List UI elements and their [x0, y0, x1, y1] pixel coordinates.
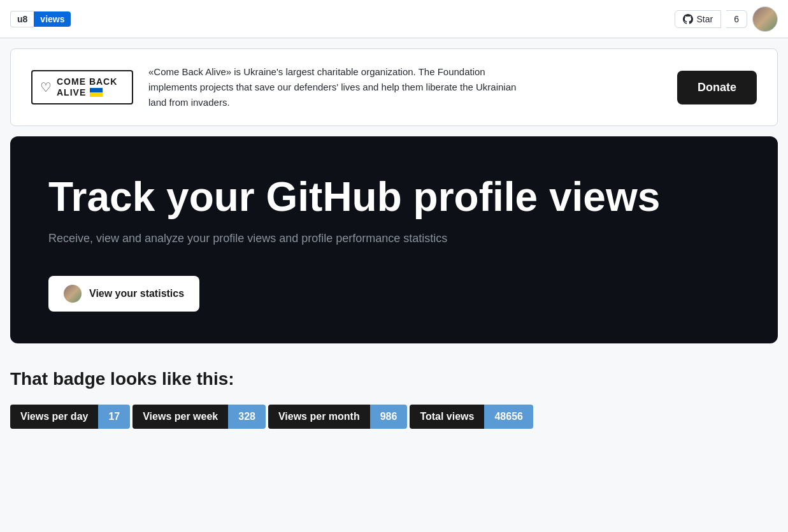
flag-blue [90, 88, 103, 92]
github-icon [683, 14, 693, 24]
avatar[interactable] [752, 6, 778, 32]
badge-value: 328 [228, 405, 266, 429]
hero-subtitle: Receive, view and analyze your profile v… [48, 232, 740, 245]
username-label: u8 [10, 11, 34, 27]
badge-label: Views per day [10, 405, 98, 429]
logo-line2: ALIVE [57, 87, 86, 98]
badge-section-title: That badge looks like this: [10, 369, 778, 389]
badge-value: 17 [98, 405, 130, 429]
star-button[interactable]: Star [675, 10, 722, 28]
badge-item: Views per month986 [268, 405, 407, 429]
badge-value: 986 [370, 405, 408, 429]
logo-line1: COME BACK [57, 76, 117, 87]
charity-banner: ♡ COME BACK ALIVE «Come Back Alive» is U… [10, 48, 778, 126]
header: u8 views Star 6 [0, 0, 788, 38]
star-text: Star [697, 14, 713, 24]
star-count: 6 [726, 10, 747, 28]
flag-yellow [90, 92, 103, 97]
logo-line2-wrapper: ALIVE [57, 87, 117, 98]
logo-text: COME BACK ALIVE [57, 76, 117, 98]
header-left: u8 views [10, 11, 71, 27]
heart-icon: ♡ [40, 80, 52, 95]
banner-left: ♡ COME BACK ALIVE «Come Back Alive» is U… [31, 64, 518, 110]
badge-section: That badge looks like this: Views per da… [0, 343, 788, 442]
banner-description: «Come Back Alive» is Ukraine's largest c… [148, 64, 518, 110]
donate-button[interactable]: Donate [677, 71, 757, 104]
view-stats-label: View your statistics [89, 288, 184, 299]
badge-item: Views per day17 [10, 405, 130, 429]
badges-row: Views per day17Views per week328Views pe… [10, 405, 778, 429]
badge-label: Views per month [268, 405, 370, 429]
views-label: views [34, 11, 71, 27]
hero-title: Track your GitHub profile views [48, 175, 740, 219]
badge-value: 48656 [484, 405, 533, 429]
charity-logo: ♡ COME BACK ALIVE [31, 70, 133, 104]
badge-item: Total views48656 [410, 405, 533, 429]
header-right: Star 6 [675, 6, 778, 32]
badge-label: Total views [410, 405, 484, 429]
ukraine-flag [90, 88, 103, 97]
badge-item: Views per week328 [133, 405, 266, 429]
btn-avatar [64, 285, 82, 303]
badge-label: Views per week [133, 405, 228, 429]
hero-section: Track your GitHub profile views Receive,… [10, 136, 778, 343]
view-stats-button[interactable]: View your statistics [48, 276, 199, 312]
